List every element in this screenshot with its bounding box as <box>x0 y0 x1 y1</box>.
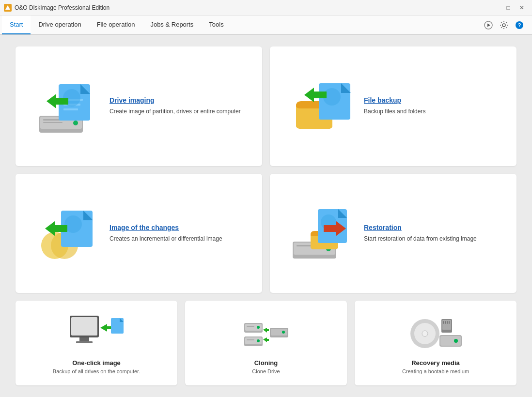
svg-point-2 <box>502 24 505 27</box>
file-backup-desc: Backup files and folders <box>364 107 505 116</box>
card-file-backup[interactable]: File backup Backup files and folders <box>270 46 516 166</box>
restoration-title: Restoration <box>364 224 505 231</box>
one-click-title: One-click image <box>72 359 121 366</box>
svg-rect-58 <box>449 321 450 324</box>
svg-marker-49 <box>263 337 269 342</box>
svg-rect-40 <box>247 326 254 327</box>
card-one-click[interactable]: One-click image Backup of all drives on … <box>16 301 177 385</box>
svg-rect-44 <box>247 339 254 340</box>
window-controls: ─ □ ✕ <box>488 3 528 13</box>
drive-imaging-desc: Create image of partition, drives or ent… <box>110 107 250 116</box>
one-click-icon <box>67 312 125 355</box>
card-image-changes[interactable]: Image of the changes Creates an incremen… <box>16 174 262 293</box>
tab-start[interactable]: Start <box>2 15 31 34</box>
tab-file-operation[interactable]: File operation <box>89 15 143 34</box>
tab-tools[interactable]: Tools <box>201 15 231 34</box>
file-backup-text: File backup Backup files and folders <box>364 96 505 116</box>
row-2: Image of the changes Creates an incremen… <box>16 174 516 293</box>
cloning-icon <box>237 312 295 355</box>
svg-point-39 <box>257 326 260 329</box>
cloning-desc: Clone Drive <box>252 368 280 374</box>
close-button[interactable]: ✕ <box>516 3 528 13</box>
drive-imaging-text: Drive imaging Create image of partition,… <box>110 96 250 116</box>
app-icon <box>4 4 12 12</box>
image-changes-text: Image of the changes Creates an incremen… <box>110 224 250 243</box>
svg-point-43 <box>257 339 260 342</box>
toolbar: ? <box>482 15 530 34</box>
image-changes-title: Image of the changes <box>110 224 250 231</box>
tab-jobs-reports[interactable]: Jobs & Reports <box>142 15 201 34</box>
one-click-desc: Backup of all drives on the computer. <box>53 368 140 374</box>
restoration-text: Restoration Start restoration of data fr… <box>364 224 505 243</box>
svg-rect-57 <box>447 321 448 324</box>
recovery-media-title: Recovery media <box>411 359 460 366</box>
svg-point-7 <box>73 121 78 125</box>
restoration-desc: Start restoration of data from existing … <box>364 234 505 243</box>
cloning-title: Cloning <box>254 359 278 366</box>
svg-rect-34 <box>76 341 93 343</box>
image-changes-desc: Creates an incremental or differential i… <box>110 234 250 243</box>
svg-marker-48 <box>263 328 269 333</box>
file-backup-icon <box>282 75 364 137</box>
app-title: O&O DiskImage Professional Edition <box>15 4 488 11</box>
image-changes-icon <box>27 202 110 265</box>
svg-rect-33 <box>79 337 89 341</box>
title-bar: O&O DiskImage Professional Edition ─ □ ✕ <box>0 0 532 15</box>
help-button[interactable]: ? <box>513 18 526 32</box>
content-area: Drive imaging Create image of partition,… <box>0 35 532 397</box>
svg-rect-56 <box>445 321 446 324</box>
svg-rect-32 <box>71 317 97 336</box>
settings-button[interactable] <box>497 18 511 32</box>
maximize-button[interactable]: □ <box>502 3 515 13</box>
svg-text:?: ? <box>518 22 521 28</box>
row-3: One-click image Backup of all drives on … <box>16 301 516 385</box>
card-recovery-media[interactable]: Recovery media Creating a bootable mediu… <box>355 301 516 385</box>
svg-rect-13 <box>63 108 78 110</box>
drive-imaging-icon <box>27 75 110 137</box>
row-1: Drive imaging Create image of partition,… <box>16 46 516 166</box>
card-drive-imaging[interactable]: Drive imaging Create image of partition,… <box>16 46 262 166</box>
tab-drive-operation[interactable]: Drive operation <box>31 15 89 34</box>
recovery-media-desc: Creating a bootable medium <box>402 368 469 374</box>
svg-marker-0 <box>5 5 10 10</box>
tabs: Start Drive operation File operation Job… <box>2 15 232 34</box>
minimize-button[interactable]: ─ <box>488 3 501 13</box>
run-button[interactable] <box>482 18 495 32</box>
file-backup-title: File backup <box>364 96 505 104</box>
svg-point-61 <box>454 339 458 343</box>
card-cloning[interactable]: Cloning Clone Drive <box>185 301 347 385</box>
menu-bar: Start Drive operation File operation Job… <box>0 15 532 35</box>
svg-point-52 <box>422 331 428 336</box>
svg-rect-55 <box>443 321 444 324</box>
restoration-icon <box>282 202 364 265</box>
svg-point-47 <box>282 331 285 334</box>
drive-imaging-title: Drive imaging <box>110 96 250 104</box>
recovery-media-icon <box>407 312 465 355</box>
svg-rect-9 <box>43 122 63 123</box>
card-restoration[interactable]: Restoration Start restoration of data fr… <box>270 174 516 293</box>
